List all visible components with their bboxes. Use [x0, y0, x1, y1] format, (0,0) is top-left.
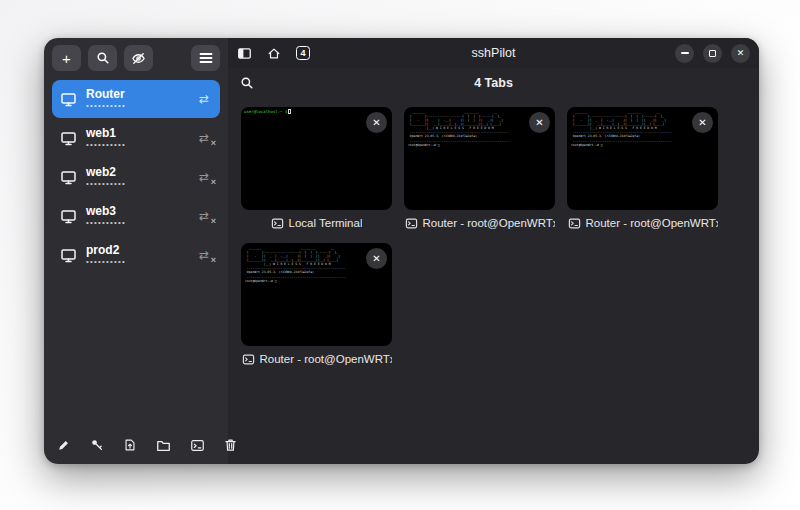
connection-status-disconnected-icon: ⇄×	[196, 170, 212, 184]
computer-icon	[60, 248, 77, 263]
terminal-tab-icon	[405, 218, 418, 229]
minimize-button[interactable]	[675, 44, 694, 63]
terminal-icon	[190, 439, 205, 452]
sidebar-footer-toolbar	[44, 426, 228, 464]
keys-button[interactable]	[90, 438, 104, 452]
hamburger-menu-icon	[199, 52, 213, 64]
search-button[interactable]	[88, 45, 117, 71]
edit-button[interactable]	[57, 438, 71, 452]
delete-button[interactable]	[224, 438, 237, 452]
folder-icon	[156, 439, 171, 452]
headerbar: 4 sshPilot ✕	[228, 38, 759, 68]
sidebar-item-prod2[interactable]: prod2 •••••••••• ⇄×	[52, 236, 220, 274]
home-icon	[267, 47, 281, 60]
connection-list: Router •••••••••• ⇄ web1 •••••••••• ⇄×	[44, 78, 228, 426]
tab-card-router-2[interactable]: _______ ________ __ | |.-----.-----.----…	[567, 107, 718, 231]
close-tab-button[interactable]: ✕	[366, 112, 387, 133]
home-button[interactable]	[267, 47, 281, 60]
tab-label: Router - root@OpenWRTx86…	[423, 217, 555, 229]
connection-masked-host: ••••••••••	[86, 219, 187, 227]
close-window-button[interactable]: ✕	[731, 44, 750, 63]
tabs-overview-header: 4 Tabs	[228, 68, 759, 98]
hide-passwords-button[interactable]	[124, 45, 153, 71]
tab-thumbnail[interactable]: _______ ________ __ | |.-----.-----.----…	[567, 107, 718, 210]
connection-masked-host: ••••••••••	[86, 258, 187, 266]
tabs-count-title: 4 Tabs	[228, 76, 759, 90]
search-icon	[96, 51, 110, 65]
tab-card-local-terminal[interactable]: user@localhost:~ $ ✕ Local Terminal	[241, 107, 392, 231]
tab-count: 4	[300, 48, 305, 58]
tab-grid: user@localhost:~ $ ✕ Local Terminal	[228, 98, 759, 376]
close-icon: ✕	[372, 117, 380, 128]
tab-card-router-3[interactable]: _______ ________ __ | |.-----.-----.----…	[241, 243, 392, 367]
sidebar-item-web3[interactable]: web3 •••••••••• ⇄×	[52, 197, 220, 235]
trash-icon	[224, 438, 237, 452]
terminal-tab-icon	[568, 218, 581, 229]
close-tab-button[interactable]: ✕	[366, 248, 387, 269]
key-icon	[90, 438, 104, 452]
sidebar-toggle-icon	[237, 47, 252, 60]
minimize-icon	[681, 52, 689, 54]
tab-card-router-1[interactable]: _______ ________ __ | |.-----.-----.----…	[404, 107, 555, 231]
tab-label: Local Terminal	[289, 217, 363, 229]
connection-name: prod2	[86, 244, 187, 257]
file-upload-icon	[123, 438, 137, 452]
files-button[interactable]	[156, 439, 171, 452]
app-window: +	[44, 38, 759, 464]
sidebar-item-web1[interactable]: web1 •••••••••• ⇄×	[52, 119, 220, 157]
connection-status-disconnected-icon: ⇄×	[196, 131, 212, 145]
connection-name: Router	[86, 88, 187, 101]
add-connection-button[interactable]: +	[52, 45, 81, 71]
connection-masked-host: ••••••••••	[86, 180, 187, 188]
connection-name: web1	[86, 127, 187, 140]
connection-masked-host: ••••••••••	[86, 102, 187, 110]
open-terminal-button[interactable]	[190, 439, 205, 452]
eye-off-icon	[131, 51, 146, 66]
close-tab-button[interactable]: ✕	[692, 112, 713, 133]
connection-status-disconnected-icon: ⇄×	[196, 248, 212, 262]
tab-thumbnail[interactable]: user@localhost:~ $ ✕	[241, 107, 392, 210]
terminal-tab-icon	[242, 354, 255, 365]
tab-label: Router - root@OpenWRTx86…	[586, 217, 718, 229]
close-icon: ✕	[737, 49, 745, 58]
tab-label: Router - root@OpenWRTx86…	[260, 353, 392, 365]
tab-overview-button[interactable]: 4	[296, 46, 310, 60]
close-icon: ✕	[372, 253, 380, 264]
computer-icon	[60, 131, 77, 146]
maximize-button[interactable]	[703, 44, 722, 63]
connection-name: web3	[86, 205, 187, 218]
connection-name: web2	[86, 166, 187, 179]
maximize-icon	[709, 50, 716, 57]
close-tab-button[interactable]: ✕	[529, 112, 550, 133]
connection-status-connected-icon: ⇄	[196, 92, 212, 106]
menu-button[interactable]	[191, 45, 220, 71]
plus-icon: +	[62, 51, 71, 66]
close-icon: ✕	[535, 117, 543, 128]
terminal-tab-icon	[271, 218, 284, 229]
close-icon: ✕	[698, 117, 706, 128]
sidebar-item-web2[interactable]: web2 •••••••••• ⇄×	[52, 158, 220, 196]
main-area: 4 sshPilot ✕ 4 Tabs user@localhost:~ $	[228, 38, 759, 464]
connection-masked-host: ••••••••••	[86, 141, 187, 149]
computer-icon	[60, 170, 77, 185]
upload-file-button[interactable]	[123, 438, 137, 452]
computer-icon	[60, 92, 77, 107]
tab-thumbnail[interactable]: _______ ________ __ | |.-----.-----.----…	[404, 107, 555, 210]
toggle-sidebar-button[interactable]	[237, 47, 252, 60]
pencil-icon	[57, 438, 71, 452]
sidebar-header: +	[44, 38, 228, 78]
sidebar: +	[44, 38, 228, 464]
tab-thumbnail[interactable]: _______ ________ __ | |.-----.-----.----…	[241, 243, 392, 346]
computer-icon	[60, 209, 77, 224]
connection-status-disconnected-icon: ⇄×	[196, 209, 212, 223]
sidebar-item-router[interactable]: Router •••••••••• ⇄	[52, 80, 220, 118]
